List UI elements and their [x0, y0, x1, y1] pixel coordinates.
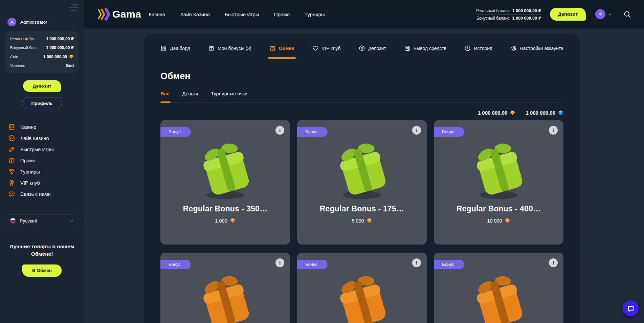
tab-exchange[interactable]: Обмен: [269, 34, 294, 58]
sidebar-nav: Казино Лайв Казино Быстрые Игры Промо Ту…: [8, 121, 84, 200]
sidebar-item-vip-club[interactable]: VIP клуб: [8, 177, 84, 188]
gift-box-image: [464, 270, 533, 323]
top-nav-tournaments[interactable]: Турниры: [305, 11, 325, 17]
gift-icon: [208, 45, 215, 51]
bonus-balance-label: Бонусный баланс: [476, 16, 510, 21]
info-icon[interactable]: i: [412, 126, 421, 135]
tab-label: Дашборд: [170, 46, 190, 51]
sidebar-profile-button[interactable]: Профиль: [22, 97, 62, 109]
main-area: Gama Казино Лайв Казино Быстрые Игры Про…: [84, 0, 644, 323]
info-icon[interactable]: i: [275, 126, 284, 135]
real-balance-value: 1 000 000,00 ₽: [512, 8, 541, 13]
filter-tab-money[interactable]: Деньги: [182, 91, 198, 96]
tab-deposit[interactable]: Депозит: [359, 34, 386, 58]
sidebar-item-label: Промо: [20, 158, 36, 163]
sidebar-item-casino[interactable]: Казино: [8, 121, 84, 133]
sidebar-deposit-button[interactable]: Депозит: [23, 80, 61, 92]
sidebar-item-label: Лайв Казино: [20, 136, 49, 141]
coin-balance-label: Coin: [10, 55, 18, 59]
coin-wallet-balance: 1 000 000,00: [478, 110, 516, 116]
filter-tab-tournament-points[interactable]: Турнирные очки: [211, 91, 247, 96]
coin-balance-value: 1 000 000,00: [43, 54, 74, 59]
level-label: Уровень: [10, 64, 25, 68]
coin-balance-row: Coin 1 000 000,00: [10, 52, 74, 61]
withdraw-icon: [404, 45, 410, 51]
gold-gem-icon: [230, 218, 236, 224]
sidebar-item-label: Турниры: [20, 169, 40, 175]
heart-icon: [312, 45, 319, 51]
info-icon[interactable]: i: [275, 258, 284, 267]
bonus-card[interactable]: Бонус i Regular Bonus - 175… 5 000: [297, 120, 427, 245]
tab-history[interactable]: История: [464, 34, 492, 58]
sidebar-item-tournaments[interactable]: Турниры: [8, 166, 84, 177]
gold-gem-icon: [505, 218, 510, 224]
gear-icon: [510, 45, 517, 51]
bonus-badge: Бонус: [297, 260, 328, 269]
sidebar-item-promo[interactable]: Промо: [8, 155, 84, 166]
search-icon[interactable]: [623, 10, 631, 18]
top-nav-live-casino[interactable]: Лайв Казино: [180, 11, 210, 17]
gold-gem-icon: [69, 54, 74, 59]
sidebar-item-label: VIP клуб: [20, 180, 40, 186]
tab-label: Депозит: [368, 46, 386, 51]
bonus-balance-label: Бонусный бал...: [10, 46, 39, 50]
gift-box-image: [191, 137, 260, 200]
chat-widget-button[interactable]: [623, 300, 639, 316]
user-avatar: [7, 18, 16, 26]
bonus-badge: Бонус: [297, 127, 328, 137]
info-icon[interactable]: i: [549, 126, 558, 135]
bonus-badge: Бонус: [434, 260, 464, 269]
header-deposit-button[interactable]: Депозит: [550, 8, 586, 21]
sidebar-user-row[interactable]: Administrator: [7, 18, 84, 26]
points-wallet-balance: 1 000 000,00: [526, 110, 563, 116]
bonus-card[interactable]: Бонус i: [160, 253, 290, 323]
bonus-card[interactable]: Бонус i: [297, 253, 427, 323]
bonus-price: 5 000: [352, 218, 372, 224]
bonus-card[interactable]: Бонус i: [434, 253, 563, 323]
tab-vip-club[interactable]: VIP клуб: [312, 34, 341, 58]
real-balance-value: 1 000 000,00 ₽: [46, 37, 74, 41]
gift-box-image: [327, 137, 397, 200]
tab-account-settings[interactable]: Настройки аккаунта: [510, 34, 563, 58]
tab-withdraw[interactable]: Вывод средств: [404, 34, 447, 58]
sidebar-item-label: Связь с нами: [20, 191, 51, 197]
tab-label: Мои бонусы (3): [218, 46, 251, 51]
user-name: Administrator: [20, 20, 47, 25]
account-menu[interactable]: [595, 9, 613, 19]
bonus-card[interactable]: Бонус i Regular Bonus - 400… 10 000: [434, 120, 563, 245]
sidebar-promo-heading: Лучшие товары в нашем Обмене!: [6, 243, 78, 258]
bonus-balance-row: Бонусный бал... 1 000 000,00 ₽: [10, 43, 74, 52]
header-right: Реальный баланс 1 000 000,00 ₽ Бонусный …: [476, 7, 631, 22]
bonus-title: Regular Bonus - 350…: [183, 204, 267, 213]
header-bonus-balance: Бонусный баланс 1 000 000,00 ₽: [476, 15, 541, 22]
medal-icon: [8, 179, 15, 186]
history-icon: [464, 45, 471, 51]
gama-logo[interactable]: Gama: [97, 7, 141, 21]
sidebar-item-fast-games[interactable]: Быстрые Игры: [8, 144, 84, 155]
bonus-badge: Бонус: [160, 127, 191, 137]
tab-dashboard[interactable]: Дашборд: [160, 34, 190, 58]
real-balance-row: Реальный ба... 1 000 000,00 ₽: [10, 34, 74, 43]
sidebar-item-live-casino[interactable]: Лайв Казино: [8, 133, 84, 144]
tab-my-bonuses[interactable]: Мои бонусы (3): [208, 34, 251, 58]
real-balance-label: Реальный баланс: [476, 8, 510, 13]
bonus-price: 10 000: [487, 218, 510, 224]
bonus-cards-grid: Бонус i Regular Bonus - 350… 1 000: [160, 120, 563, 323]
bonus-card[interactable]: Бонус i Regular Bonus - 350… 1 000: [160, 120, 290, 245]
language-selector[interactable]: Русский: [5, 214, 79, 227]
bonus-balance-value: 1 000 000,00 ₽: [512, 16, 541, 21]
sidebar-item-contact[interactable]: Связь с нами: [8, 188, 84, 200]
top-nav-promo[interactable]: Промо: [274, 11, 290, 17]
info-icon[interactable]: i: [549, 258, 558, 267]
gold-gem-icon: [510, 110, 515, 116]
chat-bubble-icon: [627, 304, 635, 313]
bonus-badge: Бонус: [160, 260, 191, 269]
filter-tab-all[interactable]: Все: [160, 91, 170, 96]
info-icon[interactable]: i: [412, 258, 421, 267]
tab-label: Обмен: [279, 46, 294, 51]
level-value: God: [66, 63, 74, 68]
sidebar-menu-icon[interactable]: [69, 4, 79, 11]
top-nav-fast-games[interactable]: Быстрые Игры: [225, 11, 259, 17]
to-exchange-button[interactable]: В Обмен: [22, 264, 62, 277]
top-nav-casino[interactable]: Казино: [149, 11, 165, 17]
